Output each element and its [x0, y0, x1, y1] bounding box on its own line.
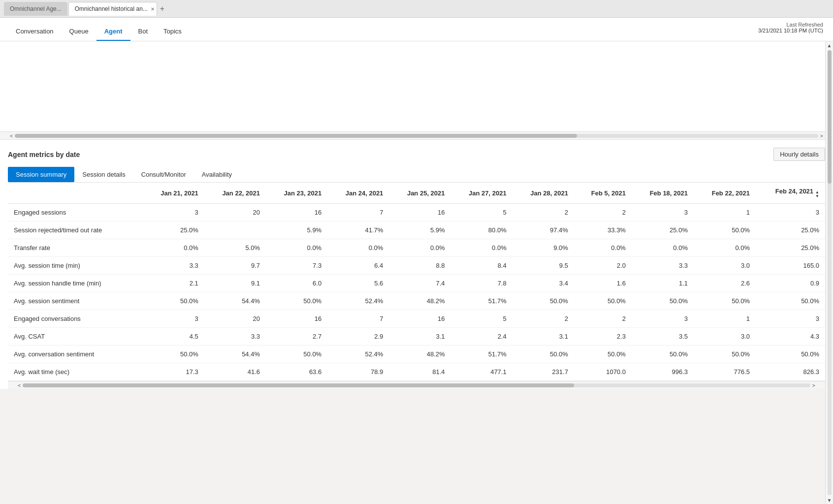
metrics-title: Agent metrics by date: [8, 151, 80, 158]
table-col-date-1: Jan 21, 2021: [143, 183, 204, 204]
cell-7-9: 3.0: [694, 328, 756, 346]
nav-tab-bot[interactable]: Bot: [130, 18, 156, 41]
table-row: Avg. conversation sentiment50.0%54.4%50.…: [8, 346, 825, 363]
cell-3-4: 8.8: [389, 257, 450, 275]
cell-4-4: 7.4: [389, 275, 450, 292]
sub-tab-session-summary[interactable]: Session summary: [8, 167, 74, 182]
last-refreshed: Last Refreshed 3/21/2021 10:18 PM (UTC): [758, 22, 823, 33]
cell-9-6: 231.7: [513, 363, 574, 381]
nav-tabs: Conversation Queue Agent Bot Topics: [8, 18, 190, 41]
cell-1-3: 41.7%: [327, 221, 389, 239]
table-row: Transfer rate0.0%5.0%0.0%0.0%0.0%0.0%9.0…: [8, 239, 825, 257]
cell-1-5: 80.0%: [451, 221, 513, 239]
data-table-wrapper: Jan 21, 2021Jan 22, 2021Jan 23, 2021Jan …: [8, 183, 825, 381]
horizontal-scrollbar-top[interactable]: < >: [0, 131, 833, 139]
cell-8-10: 50.0%: [756, 346, 825, 363]
sub-tab-session-details[interactable]: Session details: [74, 167, 133, 182]
cell-7-1: 3.3: [204, 328, 266, 346]
sub-tab-availability[interactable]: Availability: [194, 167, 240, 182]
cell-1-6: 97.4%: [513, 221, 574, 239]
vertical-scrollbar[interactable]: ▲ ▼: [825, 41, 833, 389]
cell-6-6: 2: [513, 310, 574, 328]
cell-7-4: 3.1: [389, 328, 450, 346]
cell-5-2: 50.0%: [266, 292, 327, 310]
cell-8-4: 48.2%: [389, 346, 450, 363]
horizontal-scrollbar-bottom[interactable]: < >: [8, 381, 825, 389]
cell-7-7: 2.3: [574, 328, 632, 346]
table-row: Avg. wait time (sec)17.341.663.678.981.4…: [8, 363, 825, 381]
nav-tab-queue[interactable]: Queue: [62, 18, 96, 41]
cell-1-0: 25.0%: [143, 221, 204, 239]
nav-tab-agent[interactable]: Agent: [96, 18, 130, 41]
cell-6-7: 2: [574, 310, 632, 328]
cell-3-0: 3.3: [143, 257, 204, 275]
cell-1-7: 33.3%: [574, 221, 632, 239]
cell-0-1: 20: [204, 204, 266, 221]
sub-tab-consult-monitor[interactable]: Consult/Monitor: [133, 167, 194, 182]
cell-1-2: 5.9%: [266, 221, 327, 239]
cell-2-9: 0.0%: [694, 239, 756, 257]
cell-0-8: 3: [632, 204, 694, 221]
scroll-left-arrow-bottom[interactable]: <: [18, 382, 21, 388]
cell-7-8: 3.5: [632, 328, 694, 346]
cell-1-10: 25.0%: [756, 221, 825, 239]
scroll-right-arrow[interactable]: >: [820, 133, 823, 139]
scroll-right-arrow-bottom[interactable]: >: [812, 382, 815, 388]
cell-8-0: 50.0%: [143, 346, 204, 363]
metric-label-1: Session rejected/timed out rate: [8, 221, 143, 239]
cell-6-3: 7: [327, 310, 389, 328]
metric-label-2: Transfer rate: [8, 239, 143, 257]
cell-4-0: 2.1: [143, 275, 204, 292]
cell-5-8: 50.0%: [632, 292, 694, 310]
table-row: Avg. CSAT4.53.32.72.93.12.43.12.33.53.04…: [8, 328, 825, 346]
cell-3-10: 165.0: [756, 257, 825, 275]
cell-6-9: 1: [694, 310, 756, 328]
table-row: Session rejected/timed out rate25.0%5.9%…: [8, 221, 825, 239]
close-icon[interactable]: ✕: [151, 6, 155, 12]
cell-6-0: 3: [143, 310, 204, 328]
scroll-thumb-bottom: [23, 383, 574, 387]
cell-1-4: 5.9%: [389, 221, 450, 239]
cell-4-1: 9.1: [204, 275, 266, 292]
cell-2-4: 0.0%: [389, 239, 450, 257]
browser-tab-inactive[interactable]: Omnichannel Age...: [4, 2, 67, 16]
cell-9-3: 78.9: [327, 363, 389, 381]
cell-8-8: 50.0%: [632, 346, 694, 363]
scroll-thumb: [15, 134, 577, 138]
metric-label-3: Avg. session time (min): [8, 257, 143, 275]
cell-5-1: 54.4%: [204, 292, 266, 310]
cell-6-10: 3: [756, 310, 825, 328]
cell-3-2: 7.3: [266, 257, 327, 275]
table-col-metric: [8, 183, 143, 204]
cell-7-6: 3.1: [513, 328, 574, 346]
app-header: Conversation Queue Agent Bot Topics Last…: [0, 18, 833, 41]
nav-tab-topics[interactable]: Topics: [156, 18, 190, 41]
cell-0-6: 2: [513, 204, 574, 221]
cell-3-8: 3.3: [632, 257, 694, 275]
scroll-up-arrow[interactable]: ▲: [826, 41, 833, 49]
cell-0-10: 3: [756, 204, 825, 221]
vertical-scroll-thumb: [828, 50, 832, 184]
cell-6-1: 20: [204, 310, 266, 328]
metrics-table: Jan 21, 2021Jan 22, 2021Jan 23, 2021Jan …: [8, 183, 825, 381]
table-row: Engaged conversations32016716522313: [8, 310, 825, 328]
browser-tab-active[interactable]: Omnichannel historical an... ✕: [68, 2, 157, 16]
cell-2-2: 0.0%: [266, 239, 327, 257]
table-body: Engaged sessions32016716522313Session re…: [8, 204, 825, 381]
metric-label-7: Avg. CSAT: [8, 328, 143, 346]
cell-9-1: 41.6: [204, 363, 266, 381]
table-col-date-9: Feb 18, 2021: [632, 183, 694, 204]
nav-tab-conversation[interactable]: Conversation: [8, 18, 62, 41]
cell-8-5: 51.7%: [451, 346, 513, 363]
cell-0-7: 2: [574, 204, 632, 221]
scroll-left-arrow[interactable]: <: [10, 133, 13, 139]
metric-label-0: Engaged sessions: [8, 204, 143, 221]
cell-6-2: 16: [266, 310, 327, 328]
table-col-date-3: Jan 23, 2021: [266, 183, 327, 204]
table-col-date-11: Feb 24, 2021▲▼: [756, 183, 825, 204]
table-row: Avg. session handle time (min)2.19.16.05…: [8, 275, 825, 292]
add-tab-button[interactable]: +: [157, 4, 167, 13]
browser-tab-inactive-label: Omnichannel Age...: [10, 5, 62, 12]
hourly-details-button[interactable]: Hourly details: [773, 148, 825, 161]
cell-2-1: 5.0%: [204, 239, 266, 257]
